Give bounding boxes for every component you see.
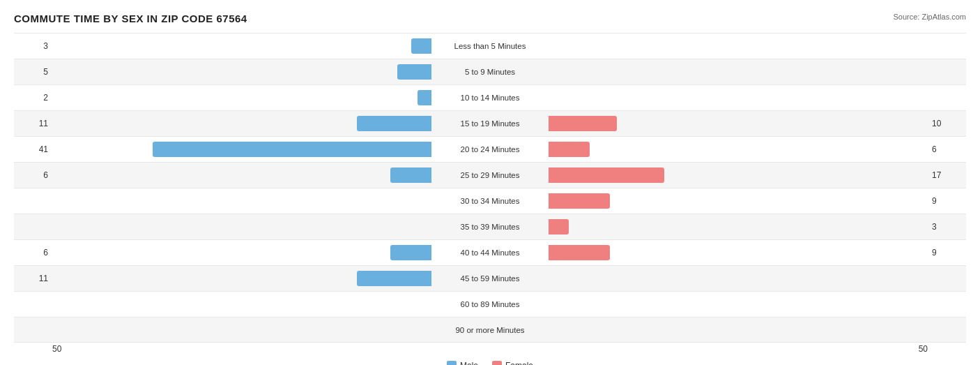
row-label: 30 to 34 Minutes: [434, 197, 546, 205]
table-row: 11 45 to 59 Minutes: [14, 265, 966, 291]
female-bar: [549, 142, 590, 157]
legend-female-box: [492, 361, 502, 365]
female-bar-side: [546, 266, 928, 291]
legend-male: Male: [447, 361, 478, 365]
chart-container: COMMUTE TIME BY SEX IN ZIP CODE 67564 So…: [0, 0, 980, 365]
male-bar-side: [52, 266, 434, 291]
male-bar: [397, 64, 431, 80]
row-label: 45 to 59 Minutes: [434, 274, 546, 283]
row-label: Less than 5 Minutes: [434, 42, 546, 50]
legend-female-label: Female: [505, 361, 533, 365]
female-value: 6: [928, 144, 966, 154]
female-bar-side: [546, 33, 928, 59]
female-value: 9: [928, 196, 966, 206]
table-row: 11 15 to 19 Minutes 10: [14, 110, 966, 136]
male-bar: [390, 167, 431, 183]
male-value: 6: [14, 248, 52, 258]
male-bar-side: [52, 85, 434, 110]
legend-female: Female: [492, 361, 533, 365]
male-bar: [418, 90, 431, 105]
row-label: 60 to 89 Minutes: [434, 300, 546, 308]
legend-male-box: [447, 361, 457, 365]
male-bar-side: [52, 33, 434, 59]
female-bar: [549, 167, 664, 183]
female-bar-side: [546, 85, 928, 110]
female-bar-side: [546, 292, 928, 317]
male-bar-side: [52, 137, 434, 162]
female-bar: [549, 193, 610, 209]
axis-labels: 50 50: [14, 344, 966, 354]
male-value: 11: [14, 274, 52, 283]
female-bar-side: [546, 111, 928, 136]
female-bar: [549, 219, 569, 234]
chart-area: 3 Less than 5 Minutes 5 5 to 9 Minutes 2…: [14, 33, 966, 343]
male-bar: [153, 142, 431, 157]
male-value: 11: [14, 119, 52, 128]
row-label: 90 or more Minutes: [434, 326, 546, 334]
female-bar-side: [546, 240, 928, 265]
female-bar: [549, 245, 610, 260]
female-value: 10: [928, 119, 966, 128]
male-value: 3: [14, 41, 52, 51]
table-row: 6 40 to 44 Minutes 9: [14, 239, 966, 265]
female-bar-side: [546, 59, 928, 84]
row-label: 20 to 24 Minutes: [434, 145, 546, 154]
male-bar: [411, 38, 431, 54]
table-row: 60 to 89 Minutes: [14, 291, 966, 317]
male-bar-side: [52, 292, 434, 317]
row-label: 15 to 19 Minutes: [434, 119, 546, 128]
male-value: 2: [14, 93, 52, 103]
table-row: 41 20 to 24 Minutes 6: [14, 136, 966, 162]
table-row: 35 to 39 Minutes 3: [14, 214, 966, 239]
legend: Male Female: [14, 361, 966, 365]
chart-title: COMMUTE TIME BY SEX IN ZIP CODE 67564: [14, 13, 966, 24]
female-bar-side: [546, 137, 928, 162]
female-bar-side: [546, 318, 928, 342]
female-bar-side: [546, 188, 928, 214]
male-bar-side: [52, 318, 434, 342]
male-bar-side: [52, 188, 434, 214]
female-bar-side: [546, 214, 928, 239]
male-bar-side: [52, 111, 434, 136]
male-bar-side: [52, 163, 434, 188]
male-bar: [390, 245, 431, 260]
male-value: 6: [14, 170, 52, 180]
male-bar: [357, 116, 431, 131]
axis-label-left: 50: [52, 344, 61, 354]
male-bar: [357, 271, 431, 286]
male-bar-side: [52, 240, 434, 265]
male-bar-side: [52, 214, 434, 239]
female-value: 9: [928, 248, 966, 258]
row-label: 35 to 39 Minutes: [434, 223, 546, 231]
table-row: 6 25 to 29 Minutes 17: [14, 162, 966, 188]
female-value: 17: [928, 170, 966, 180]
male-value: 5: [14, 67, 52, 77]
male-value: 41: [14, 144, 52, 154]
row-label: 40 to 44 Minutes: [434, 248, 546, 257]
table-row: 30 to 34 Minutes 9: [14, 188, 966, 214]
female-value: 3: [928, 222, 966, 232]
row-label: 10 to 14 Minutes: [434, 94, 546, 102]
female-bar: [549, 116, 617, 131]
axis-label-right: 50: [919, 344, 928, 354]
row-label: 25 to 29 Minutes: [434, 171, 546, 179]
table-row: 2 10 to 14 Minutes: [14, 84, 966, 110]
female-bar-side: [546, 163, 928, 188]
source-label: Source: ZipAtlas.com: [893, 13, 966, 21]
table-row: 90 or more Minutes: [14, 317, 966, 343]
table-row: 3 Less than 5 Minutes: [14, 33, 966, 59]
row-label: 5 to 9 Minutes: [434, 68, 546, 76]
table-row: 5 5 to 9 Minutes: [14, 59, 966, 84]
legend-male-label: Male: [460, 361, 478, 365]
male-bar-side: [52, 59, 434, 84]
